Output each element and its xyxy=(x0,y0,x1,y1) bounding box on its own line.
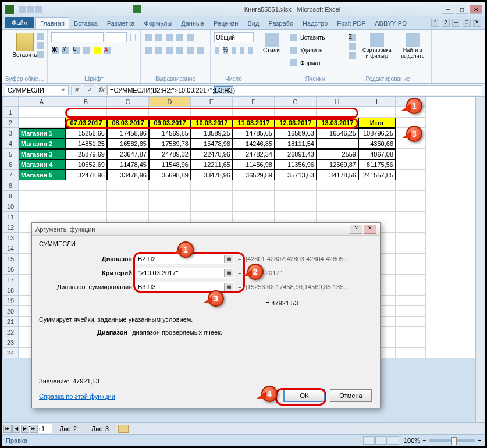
row-header[interactable]: 8 xyxy=(2,180,19,191)
cell[interactable] xyxy=(65,180,107,191)
cell-total[interactable]: 4067,08 xyxy=(358,149,396,159)
cell-shop[interactable]: Магазин 1 xyxy=(19,128,65,138)
cell-data[interactable]: 14785,65 xyxy=(233,128,275,138)
cell[interactable] xyxy=(19,118,65,128)
cell[interactable] xyxy=(396,348,426,358)
font-size-select[interactable] xyxy=(106,32,127,42)
cell-data[interactable]: 2559 xyxy=(317,149,358,159)
row-header[interactable]: 11 xyxy=(2,212,19,222)
cell[interactable] xyxy=(396,317,426,327)
cell[interactable] xyxy=(317,191,358,201)
row-header[interactable]: 17 xyxy=(2,275,19,285)
indent-decrease-icon[interactable] xyxy=(176,47,183,54)
cell[interactable] xyxy=(396,159,426,170)
add-sheet-icon[interactable] xyxy=(118,425,129,433)
cell[interactable] xyxy=(396,285,426,296)
cell[interactable] xyxy=(358,107,396,118)
col-header[interactable]: A xyxy=(19,97,65,107)
minimize-button[interactable]: ─ xyxy=(442,5,454,14)
cell-data[interactable]: 11478,45 xyxy=(107,159,149,170)
align-middle-icon[interactable] xyxy=(155,34,162,41)
qat-save-icon[interactable] xyxy=(19,6,26,13)
styles-icon[interactable] xyxy=(265,33,279,47)
cell-data[interactable]: 14569,85 xyxy=(149,128,191,138)
tab-developer[interactable]: Разрабо xyxy=(264,17,298,29)
cell[interactable] xyxy=(65,212,107,222)
maximize-button[interactable]: □ xyxy=(456,5,468,14)
find-select-icon[interactable] xyxy=(406,33,420,47)
cell[interactable] xyxy=(396,254,426,264)
cell[interactable] xyxy=(358,212,396,222)
wrap-text-icon[interactable] xyxy=(187,34,194,41)
cell[interactable] xyxy=(396,201,426,212)
number-format-select[interactable] xyxy=(214,32,254,42)
dialog-close-button[interactable]: ✕ xyxy=(364,225,376,234)
cell-data[interactable]: 15256,66 xyxy=(65,128,107,138)
col-header[interactable]: B xyxy=(65,97,107,107)
cell[interactable] xyxy=(149,191,191,201)
underline-icon[interactable]: Ч xyxy=(73,47,80,54)
cell[interactable] xyxy=(149,212,191,222)
fill-color-icon[interactable] xyxy=(94,47,101,54)
qat-undo-icon[interactable] xyxy=(27,6,34,13)
cell[interactable] xyxy=(275,212,317,222)
cell[interactable] xyxy=(191,201,233,212)
cell[interactable] xyxy=(396,170,426,180)
col-header[interactable]: H xyxy=(317,97,358,107)
help-icon[interactable]: ? xyxy=(442,19,450,27)
cell-shop[interactable]: Магазин 5 xyxy=(19,170,65,180)
arg-input[interactable]: ">10.03.2017"▦ xyxy=(136,268,234,278)
zoom-slider[interactable] xyxy=(429,439,475,442)
doc-minimize[interactable]: ─ xyxy=(452,19,460,27)
doc-close[interactable]: ✕ xyxy=(473,19,481,27)
dialog-help-link[interactable]: Справка по этой функции xyxy=(39,393,115,400)
align-right-icon[interactable] xyxy=(166,47,173,54)
decrease-font-icon[interactable] xyxy=(135,34,137,41)
sort-filter-icon[interactable] xyxy=(370,33,384,47)
tab-insert[interactable]: Вставка xyxy=(69,17,102,29)
cell-data[interactable]: 22478,96 xyxy=(191,149,233,159)
cell[interactable] xyxy=(233,107,275,118)
cell[interactable] xyxy=(317,180,358,191)
merge-icon[interactable] xyxy=(197,47,204,54)
cell[interactable] xyxy=(396,233,426,243)
cell-itog-header[interactable]: Итог xyxy=(358,118,396,128)
file-tab[interactable]: Файл xyxy=(5,17,34,28)
tab-formulas[interactable]: Формулы xyxy=(139,17,176,29)
cell-data[interactable]: 14851,25 xyxy=(65,138,107,149)
row-header[interactable]: 9 xyxy=(2,191,19,201)
view-pagebreak-icon[interactable] xyxy=(388,436,399,445)
horizontal-scrollbar[interactable] xyxy=(347,425,475,434)
cell[interactable] xyxy=(396,275,426,285)
cell[interactable] xyxy=(149,107,191,118)
doc-restore[interactable]: □ xyxy=(463,19,471,27)
cell-data[interactable]: 17458,96 xyxy=(107,128,149,138)
cell-data[interactable]: 33478,96 xyxy=(107,170,149,180)
row-header[interactable]: 16 xyxy=(2,264,19,275)
currency-icon[interactable] xyxy=(215,47,219,54)
cell[interactable] xyxy=(396,264,426,275)
select-all-corner[interactable] xyxy=(2,97,19,107)
row-header[interactable]: 10 xyxy=(2,201,19,212)
cell[interactable] xyxy=(396,149,426,159)
row-header[interactable]: 15 xyxy=(2,254,19,264)
col-header[interactable]: G xyxy=(275,97,317,107)
bold-icon[interactable]: Ж xyxy=(52,47,59,54)
align-center-icon[interactable] xyxy=(155,47,162,54)
cell[interactable] xyxy=(396,212,426,222)
cell[interactable] xyxy=(233,180,275,191)
cell-data[interactable]: 14246,85 xyxy=(233,138,275,149)
format-cells-icon[interactable] xyxy=(290,59,297,66)
cell[interactable] xyxy=(396,337,426,348)
cell-date[interactable]: 08.03.2017 xyxy=(107,118,149,128)
sheet-tab[interactable]: Лист3 xyxy=(84,424,116,433)
col-header[interactable]: D xyxy=(149,97,191,107)
view-layout-icon[interactable] xyxy=(375,436,387,445)
name-box[interactable]: СУММЕСЛИ ▼ xyxy=(5,85,69,95)
cell-data[interactable]: 23647,87 xyxy=(107,149,149,159)
vertical-scrollbar[interactable] xyxy=(475,97,485,422)
row-header[interactable]: 2 xyxy=(2,118,19,128)
cell[interactable] xyxy=(317,107,358,118)
cell[interactable] xyxy=(396,243,426,254)
cell[interactable] xyxy=(65,201,107,212)
